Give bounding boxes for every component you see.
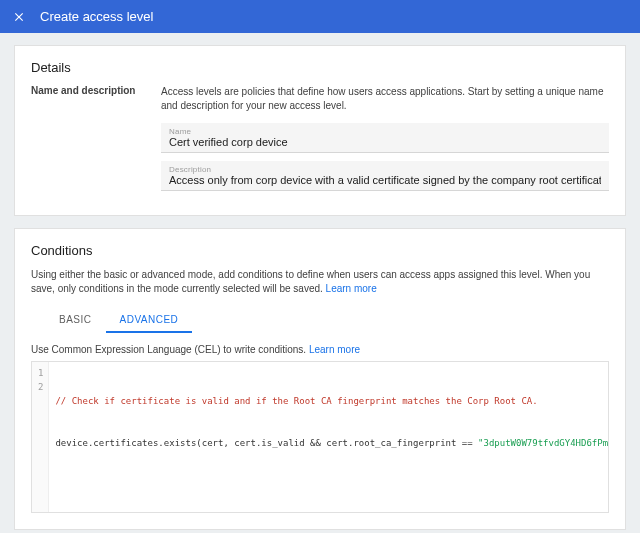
dialog-header: Create access level (0, 0, 640, 33)
tab-advanced[interactable]: ADVANCED (106, 308, 193, 333)
description-field-wrapper[interactable]: Description (161, 161, 609, 191)
details-section-label: Name and description (31, 85, 161, 199)
code-line-2a: device.certificates.exists(cert, cert.is… (55, 438, 478, 448)
conditions-title: Conditions (31, 243, 609, 258)
tab-basic[interactable]: BASIC (45, 308, 106, 333)
conditions-card: Conditions Using either the basic or adv… (14, 228, 626, 530)
code-line-1: // Check if certificate is valid and if … (55, 396, 537, 406)
conditions-learn-more-link[interactable]: Learn more (326, 283, 377, 294)
code-line-2-str: "3dputW0W79tfvdGY4HD6fPm6VNzlG+x0TRVFvtQ… (478, 438, 608, 448)
name-field-label: Name (169, 127, 601, 136)
conditions-tabs: BASIC ADVANCED (31, 308, 609, 334)
description-input[interactable] (169, 174, 601, 186)
dialog-title: Create access level (40, 9, 153, 24)
details-title: Details (31, 60, 609, 75)
details-card: Details Name and description Access leve… (14, 45, 626, 216)
conditions-intro: Using either the basic or advanced mode,… (31, 268, 609, 296)
editor-code[interactable]: // Check if certificate is valid and if … (49, 362, 608, 512)
details-intro: Access levels are policies that define h… (161, 85, 609, 113)
name-input[interactable] (169, 136, 601, 148)
cel-learn-more-link[interactable]: Learn more (309, 344, 360, 355)
close-icon[interactable] (12, 10, 26, 24)
name-field-wrapper[interactable]: Name (161, 123, 609, 153)
description-field-label: Description (169, 165, 601, 174)
conditions-intro-text: Using either the basic or advanced mode,… (31, 269, 590, 294)
editor-gutter: 1 2 (32, 362, 49, 512)
cel-intro: Use Common Expression Language (CEL) to … (31, 344, 609, 355)
cel-editor[interactable]: 1 2 // Check if certificate is valid and… (31, 361, 609, 513)
cel-intro-text: Use Common Expression Language (CEL) to … (31, 344, 309, 355)
